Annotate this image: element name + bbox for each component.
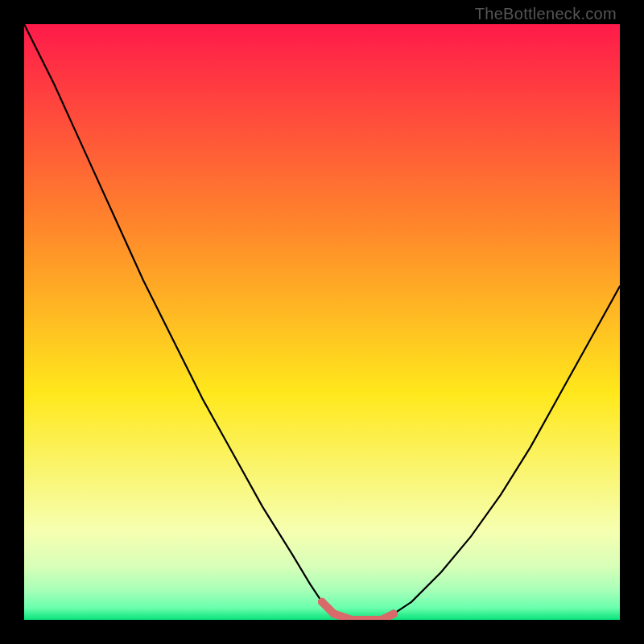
watermark-text: TheBottleneck.com xyxy=(475,5,617,23)
bottleneck-chart: TheBottleneck.com xyxy=(0,0,644,644)
plot-area xyxy=(24,24,620,620)
svg-rect-0 xyxy=(24,24,620,620)
gradient-background xyxy=(24,24,620,620)
